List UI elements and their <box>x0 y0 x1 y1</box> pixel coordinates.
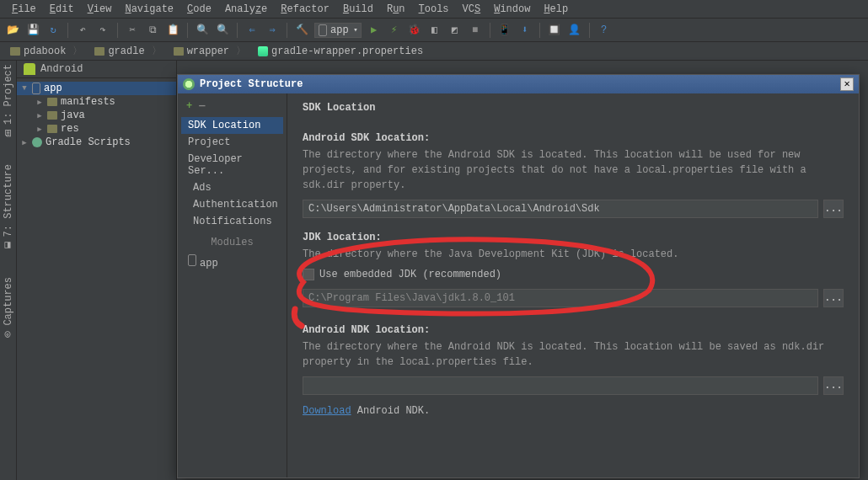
dialog-title-text: Project Structure <box>200 78 303 90</box>
avd-icon[interactable]: 📱 <box>497 23 512 38</box>
find-icon[interactable]: 🔍 <box>195 23 210 38</box>
android-icon <box>24 63 35 75</box>
remove-button[interactable]: — <box>199 100 205 112</box>
nav-authentication[interactable]: Authentication <box>181 196 283 213</box>
sdk-icon[interactable]: ⬇ <box>517 23 533 38</box>
nav-module-app[interactable]: app <box>181 252 283 272</box>
project-header[interactable]: Android <box>17 61 176 78</box>
jdk-path-input[interactable] <box>303 289 818 307</box>
menu-edit[interactable]: Edit <box>45 2 79 17</box>
replace-icon[interactable]: 🔍 <box>215 23 230 38</box>
folder-icon <box>94 47 104 56</box>
tree-java[interactable]: ▶java <box>17 109 176 122</box>
ndk-location-label: Android NDK location: <box>303 324 844 336</box>
nav-project[interactable]: Project <box>181 134 283 151</box>
back-icon[interactable]: ⇐ <box>244 23 260 38</box>
crumb-wrapper[interactable]: wrapper <box>169 43 251 59</box>
separator <box>67 23 68 38</box>
gutter-project[interactable]: 🗎1: Project <box>3 64 14 139</box>
profile-icon[interactable]: ◧ <box>427 23 442 38</box>
stop-icon[interactable]: ■ <box>468 23 483 38</box>
project-tree: ▼app ▶manifests ▶java ▶res ▶Gradle Scrip… <box>17 78 176 152</box>
redo-icon[interactable]: ↷ <box>95 23 110 38</box>
menu-code[interactable]: Code <box>182 2 217 17</box>
sync-icon[interactable]: ↻ <box>46 23 61 38</box>
phone-icon <box>319 24 327 36</box>
menu-build[interactable]: Build <box>338 2 378 17</box>
folder-icon <box>47 111 57 120</box>
debug-icon[interactable]: 🐞 <box>407 23 422 38</box>
download-ndk-link[interactable]: Download <box>303 405 351 417</box>
menu-vcs[interactable]: VCS <box>458 2 486 17</box>
tree-gradle-scripts[interactable]: ▶Gradle Scripts <box>17 136 176 149</box>
dialog-nav: + — SDK Location Project Developer Ser..… <box>178 93 287 477</box>
structure-icon[interactable]: 🔲 <box>547 23 562 38</box>
menu-window[interactable]: Window <box>489 2 535 17</box>
module-icon <box>188 254 196 266</box>
make-icon[interactable]: 🔨 <box>294 23 309 38</box>
genymotion-icon[interactable]: 👤 <box>567 23 582 38</box>
menu-refactor[interactable]: Refactor <box>276 2 335 17</box>
gutter-captures[interactable]: ◎Captures <box>3 277 14 341</box>
gradle-file-icon <box>258 46 268 56</box>
separator <box>589 23 590 38</box>
ndk-browse-button[interactable]: ... <box>823 376 844 395</box>
jdk-browse-button[interactable]: ... <box>823 289 844 307</box>
tree-label: manifests <box>61 96 115 108</box>
tree-label: app <box>44 83 62 94</box>
save-icon[interactable]: 💾 <box>25 23 40 38</box>
separator <box>117 23 118 38</box>
jdk-path-row: ... <box>303 289 844 307</box>
nav-developer-services[interactable]: Developer Ser... <box>181 151 283 179</box>
crumb-file[interactable]: gradle-wrapper.properties <box>253 45 435 58</box>
nav-sdk-location[interactable]: SDK Location <box>181 117 283 134</box>
tree-res[interactable]: ▶res <box>17 122 176 136</box>
cut-icon[interactable]: ✂ <box>125 23 140 38</box>
nav-notifications[interactable]: Notifications <box>181 213 283 230</box>
tree-app[interactable]: ▼app <box>17 82 176 95</box>
crumb-gradle[interactable]: gradle <box>89 43 166 59</box>
separator <box>539 23 540 38</box>
tree-manifests[interactable]: ▶manifests <box>17 95 176 109</box>
run-icon[interactable]: ▶ <box>367 23 382 38</box>
dialog-icon <box>183 78 195 90</box>
nav-ads[interactable]: Ads <box>181 179 283 196</box>
ndk-path-input[interactable] <box>303 376 818 395</box>
sdk-location-desc: The directory where the Android SDK is l… <box>303 147 844 193</box>
menu-navigate[interactable]: Navigate <box>120 2 179 17</box>
menu-help[interactable]: Help <box>538 2 573 17</box>
menu-file[interactable]: File <box>7 2 41 17</box>
close-button[interactable]: ✕ <box>840 77 854 91</box>
gutter-structure[interactable]: ◧7: Structure <box>3 164 14 252</box>
sdk-path-input[interactable] <box>303 200 818 218</box>
crumb-label: pdabook <box>24 45 66 57</box>
open-icon[interactable]: 📂 <box>5 23 20 38</box>
run-config-combo[interactable]: app <box>314 23 362 38</box>
tree-label: res <box>61 123 79 135</box>
help-icon[interactable]: ? <box>597 23 612 38</box>
menu-run[interactable]: Run <box>382 2 410 17</box>
module-icon <box>32 83 40 94</box>
menu-tools[interactable]: Tools <box>414 2 454 17</box>
menu-bar: File Edit View Navigate Code Analyze Ref… <box>0 0 868 19</box>
ndk-path-row: ... <box>303 376 844 395</box>
menu-analyze[interactable]: Analyze <box>220 2 272 17</box>
apply-changes-icon[interactable]: ⚡ <box>387 23 402 38</box>
crumb-root[interactable]: pdabook <box>5 43 88 59</box>
dialog-titlebar[interactable]: Project Structure ✕ <box>178 75 859 93</box>
dialog-content: SDK Location Android SDK location: The d… <box>287 93 859 477</box>
add-button[interactable]: + <box>186 100 192 112</box>
forward-icon[interactable]: ⇒ <box>265 23 280 38</box>
undo-icon[interactable]: ↶ <box>75 23 90 38</box>
folder-icon <box>10 47 20 56</box>
embedded-jdk-checkbox[interactable] <box>303 269 314 280</box>
menu-view[interactable]: View <box>83 2 117 17</box>
folder-icon <box>174 47 184 56</box>
paste-icon[interactable]: 📋 <box>165 23 180 38</box>
tree-label: java <box>61 109 85 121</box>
ndk-download-row: Download Android NDK. <box>303 405 844 417</box>
left-gutter: 🗎1: Project ◧7: Structure ◎Captures <box>0 61 17 480</box>
sdk-browse-button[interactable]: ... <box>823 200 844 218</box>
copy-icon[interactable]: ⧉ <box>145 23 160 38</box>
attach-icon[interactable]: ◩ <box>447 23 463 38</box>
